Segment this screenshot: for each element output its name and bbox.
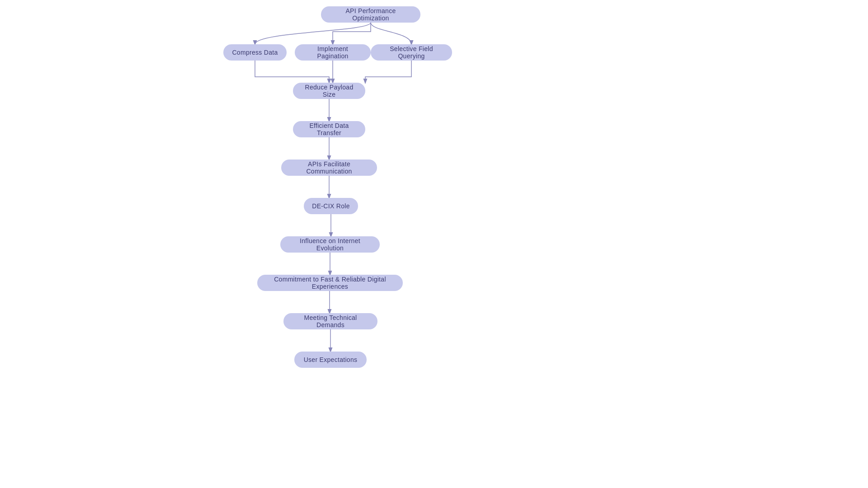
node-compress: Compress Data xyxy=(223,44,287,61)
node-apis: APIs Facilitate Communication xyxy=(281,160,377,176)
node-meeting: Meeting Technical Demands xyxy=(283,313,377,329)
node-root: API Performance Optimization xyxy=(321,6,420,23)
diagram-svg xyxy=(0,0,868,488)
node-reduce: Reduce Payload Size xyxy=(293,83,365,99)
node-commitment: Commitment to Fast & Reliable Digital Ex… xyxy=(257,275,403,291)
node-selective: Selective Field Querying xyxy=(371,44,452,61)
node-decix: DE-CIX Role xyxy=(304,198,358,214)
node-influence: Influence on Internet Evolution xyxy=(280,236,380,253)
node-user: User Expectations xyxy=(294,352,367,368)
diagram-container: API Performance Optimization Compress Da… xyxy=(0,0,868,488)
node-efficient: Efficient Data Transfer xyxy=(293,121,365,137)
node-pagination: Implement Pagination xyxy=(295,44,371,61)
